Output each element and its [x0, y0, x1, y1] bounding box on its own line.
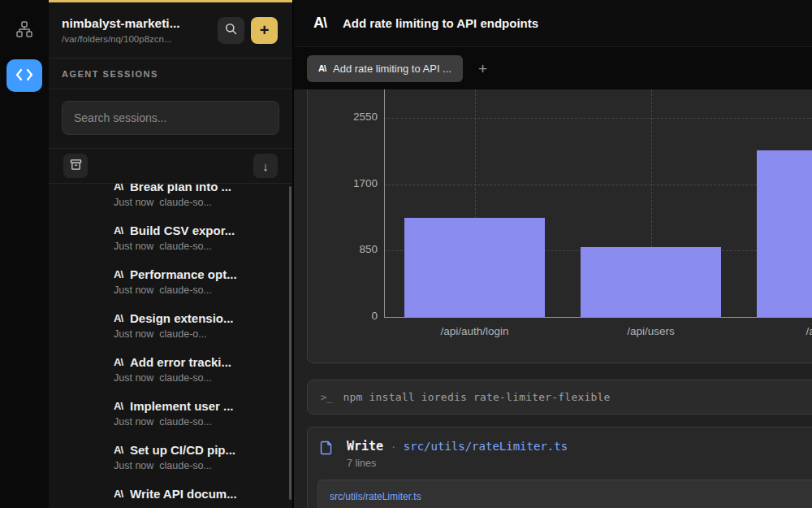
workspace-info: nimbalyst-marketi... /var/folders/nq/100… [62, 16, 180, 44]
workspace-header: nimbalyst-marketi... /var/folders/nq/100… [49, 2, 292, 59]
session-time: Just now [114, 416, 153, 428]
y-axis-label: 0 [308, 310, 378, 322]
session-title: Add error tracki... [130, 355, 231, 369]
code-block-header: src/utils/rateLimiter.ts [318, 480, 812, 508]
session-item[interactable]: A\ Design extensio... Just now claude-o.… [49, 304, 292, 348]
session-title-row: A\ Set up CI/CD pip... [114, 443, 279, 457]
search-sessions-button[interactable] [218, 17, 244, 44]
y-axis-label: 1700 [308, 177, 378, 189]
x-axis-label: /api/users [570, 325, 732, 337]
session-title: Set up CI/CD pip... [130, 443, 235, 457]
session-toolbar: ↓ [49, 148, 292, 184]
plus-icon: + [260, 22, 270, 38]
session-model: claude-o... [159, 328, 206, 340]
session-item[interactable]: A\ Break plan into ... Just now claude-s… [49, 184, 292, 216]
session-time: Just now [114, 372, 153, 384]
session-item[interactable]: A\ Build CSV expor... Just now claude-so… [49, 216, 292, 260]
session-content: 085017002550/api/auth/login/api/users/ap… [294, 89, 812, 508]
session-title: Design extensio... [130, 311, 234, 325]
session-title: Build CSV expor... [130, 224, 235, 237]
session-meta: Just now claude-so... [114, 372, 279, 384]
code-block: src/utils/rateLimiter.ts [317, 480, 812, 508]
anthropic-icon: A\ [114, 268, 123, 280]
session-item[interactable]: A\ Add error tracki... Just now claude-s… [49, 348, 292, 392]
sidebar: nimbalyst-marketi... /var/folders/nq/100… [49, 0, 292, 508]
session-time: Just now [114, 241, 153, 252]
x-axis-line [384, 317, 812, 318]
anthropic-icon: A\ [114, 184, 123, 193]
session-item[interactable]: A\ Set up CI/CD pip... Just now claude-s… [49, 436, 292, 480]
write-tool-panel: Write · src/utils/rateLimiter.ts 7 lines… [307, 427, 812, 508]
search-icon [225, 23, 237, 37]
archive-icon [70, 158, 82, 173]
code-icon [15, 68, 33, 84]
main-header: A\ Add rate limiting to API endpoints [294, 0, 812, 47]
workspace-actions: + [218, 17, 278, 44]
activity-rail [0, 0, 49, 508]
session-meta: Just now claude-so... [114, 416, 279, 428]
write-title-row: Write · src/utils/rateLimiter.ts [347, 439, 568, 454]
session-title-row: A\ Break plan into ... [114, 184, 279, 193]
separator-dot: · [391, 440, 395, 453]
session-model: claude-so... [159, 416, 212, 428]
agent-sessions-label: AGENT SESSIONS [49, 59, 292, 89]
session-model: claude-so... [159, 241, 212, 252]
session-title-row: A\ Build CSV expor... [114, 224, 279, 237]
session-meta: Just now claude-so... [114, 241, 279, 252]
sidebar-scrollbar[interactable] [289, 186, 292, 500]
scroll-to-latest-button[interactable]: ↓ [253, 154, 278, 178]
search-sessions-input[interactable] [62, 101, 279, 135]
tool-name: Write [347, 439, 383, 454]
tab-bar: A\ Add rate limiting to API ... + [294, 47, 812, 89]
anthropic-icon: A\ [114, 356, 123, 368]
code-panel-button[interactable] [6, 59, 42, 92]
session-meta: Just now claude-so... [114, 197, 279, 208]
bar [581, 247, 721, 317]
x-axis-label: /api/data [746, 325, 812, 337]
session-title: Performance opt... [130, 267, 237, 281]
search-row [49, 89, 292, 148]
file-path-link[interactable]: src/utils/rateLimiter.ts [404, 440, 568, 453]
gridline-horizontal [384, 185, 812, 185]
anthropic-icon: A\ [313, 15, 326, 32]
session-time: Just now [114, 197, 153, 208]
session-title: Write API docum... [130, 487, 237, 501]
new-tab-button[interactable]: + [478, 61, 487, 76]
session-item[interactable]: A\ Write API docum... [49, 480, 292, 508]
session-title-row: A\ Add error tracki... [114, 355, 279, 369]
terminal-command-box: >_ npm install ioredis rate-limiter-flex… [307, 380, 812, 415]
session-meta: Just now claude-so... [114, 284, 279, 296]
write-tool-header: Write · src/utils/rateLimiter.ts 7 lines [308, 428, 812, 469]
gridline-horizontal [384, 118, 812, 119]
anthropic-icon: A\ [114, 224, 123, 237]
code-file-link[interactable]: src/utils/rateLimiter.ts [330, 491, 421, 502]
y-axis-label: 2550 [308, 111, 378, 123]
y-axis-label: 850 [308, 243, 378, 255]
page-title: Add rate limiting to API endpoints [343, 16, 538, 30]
session-time: Just now [114, 284, 153, 296]
anthropic-icon: A\ [114, 400, 123, 412]
write-head-text: Write · src/utils/rateLimiter.ts 7 lines [347, 439, 568, 469]
new-session-button[interactable]: + [251, 17, 278, 44]
tab-label: Add rate limiting to API ... [333, 63, 451, 75]
session-list: A\ Break plan into ... Just now claude-s… [49, 184, 292, 508]
archive-button[interactable] [63, 154, 88, 178]
sitemap-icon[interactable] [16, 21, 32, 37]
session-model: claude-so... [159, 460, 212, 471]
anthropic-icon: A\ [114, 488, 123, 500]
session-title-row: A\ Design extensio... [114, 311, 279, 325]
y-axis-line [384, 89, 385, 317]
session-title: Break plan into ... [130, 184, 231, 193]
file-icon [319, 441, 334, 455]
session-meta: Just now claude-o... [114, 328, 279, 340]
session-title-row: A\ Write API docum... [114, 487, 279, 501]
terminal-command-text: npm install ioredis rate-limiter-flexibl… [343, 391, 610, 403]
tab-session[interactable]: A\ Add rate limiting to API ... [307, 55, 463, 82]
session-item[interactable]: A\ Performance opt... Just now claude-so… [49, 260, 292, 304]
session-title: Implement user ... [130, 399, 234, 413]
session-meta: Just now claude-so... [114, 460, 279, 471]
session-item[interactable]: A\ Implement user ... Just now claude-so… [49, 392, 292, 436]
session-model: claude-so... [159, 284, 212, 296]
terminal-prompt-icon: >_ [321, 392, 332, 403]
anthropic-icon: A\ [114, 312, 123, 324]
